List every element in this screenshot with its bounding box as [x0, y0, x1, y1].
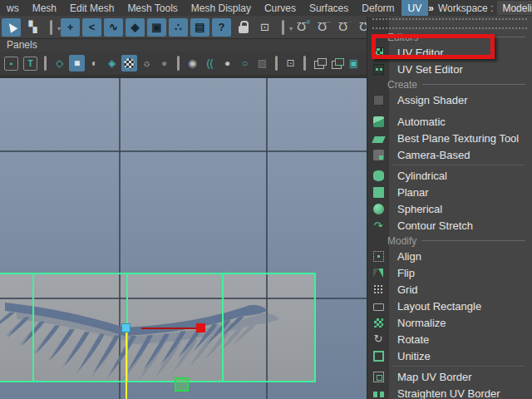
menu-item-map-uv-border[interactable]: Map UV Border [367, 368, 532, 385]
image-plane-icon[interactable]: ▪ [4, 57, 18, 71]
wireframe-cube-icon[interactable]: ◇ [52, 55, 67, 71]
manipulator-u-handle[interactable] [196, 323, 205, 332]
menu-item-label: Cylindrical [397, 170, 447, 182]
manipulator-u-axis[interactable] [141, 328, 198, 329]
menu-item-rotate[interactable]: ↻Rotate [367, 331, 532, 347]
clapperboard-button[interactable]: ▤ [190, 18, 209, 37]
menu-item-assign-shader[interactable]: Assign Shader [367, 91, 532, 108]
snap-to-curve-button[interactable]: Ω~ [313, 20, 332, 34]
isolate-select-icon[interactable]: ⊡ [283, 55, 298, 71]
toolbar-separator[interactable]: ▾ [45, 18, 58, 37]
lock-button[interactable] [234, 18, 253, 37]
cluster-button[interactable]: ∴ [169, 18, 188, 37]
rotate-icon: ↻ [373, 334, 384, 345]
select-tool-button[interactable] [2, 18, 21, 37]
menu-item-planar[interactable]: Planar [367, 184, 532, 200]
xray-sphere-icon[interactable]: ◉ [185, 55, 200, 71]
menu-item-unitize[interactable]: Unitize [367, 347, 532, 364]
workspace-selector[interactable]: Modeling [497, 1, 532, 15]
menu-item-layout-rectangle[interactable]: Layout Rectangle [367, 298, 532, 314]
snap-to-grid-button[interactable]: Ω# [293, 20, 311, 34]
menubar-item-deform[interactable]: Deform [355, 0, 401, 16]
diamond-icon: ◈ [131, 21, 140, 33]
manipulator-v-axis[interactable] [126, 332, 127, 399]
snap-to-point-button[interactable]: Ω· [334, 20, 352, 34]
lock-icon [239, 26, 249, 33]
compass-button[interactable]: < [82, 18, 101, 37]
menu-section-divider [421, 240, 525, 241]
menu-item-cylindrical[interactable]: Cylindrical [367, 167, 532, 184]
selection-mask-button[interactable]: ▚ [23, 18, 42, 37]
curve-icon: ∿ [109, 21, 118, 33]
particle-cluster-icon: ∴ [175, 21, 181, 33]
menu-item-uv-editor[interactable]: UV Editor [367, 44, 532, 61]
menu-item-best-plane-texturing-tool[interactable]: Best Plane Texturing Tool [367, 130, 532, 146]
question-icon: ? [219, 21, 225, 33]
menu-item-grid[interactable]: Grid [367, 281, 532, 298]
menu-section-label: Modify [387, 235, 416, 247]
menu-item-label: Spherical [397, 203, 442, 215]
menubar-item-surfaces[interactable]: Surfaces [303, 0, 355, 16]
menubar-item-edit-mesh[interactable]: Edit Mesh [63, 0, 121, 16]
toolbar-separator [177, 56, 180, 71]
marquee-cursor-icon: ⊡ [260, 21, 269, 33]
vertex-box-button[interactable]: ▣ [147, 18, 166, 37]
menu-item-automatic[interactable]: Automatic [367, 113, 532, 130]
menu-item-align[interactable]: Align [367, 248, 532, 264]
cube-in-sphere-icon[interactable]: ◈ [104, 55, 120, 71]
menubar-item-mesh-tools[interactable]: Mesh Tools [121, 0, 184, 16]
menu-item-label: Planar [397, 186, 429, 199]
dotted-square-icon[interactable]: ▨ [254, 55, 270, 71]
vertex-box-icon: ▣ [151, 21, 161, 33]
shadow-sphere-icon[interactable]: ● [156, 55, 172, 71]
layer-stack-icon[interactable] [311, 55, 327, 71]
layer-stack-green-icon[interactable] [328, 55, 344, 71]
menubar-item-mesh-display[interactable]: Mesh Display [185, 0, 258, 16]
manipulator-pivot-handle[interactable] [121, 323, 131, 332]
marquee-select-button[interactable]: ⊡ [255, 18, 274, 37]
menu-item-contour-stretch[interactable]: ↷Contour Stretch [367, 217, 532, 234]
text-hud-icon[interactable]: T [23, 57, 37, 71]
manipulator-scale-handle[interactable] [175, 377, 189, 392]
menu-tearoff-handle[interactable] [372, 18, 527, 29]
cursor-icon [5, 21, 17, 33]
menu-item-camera-based[interactable]: Camera-Based [367, 146, 532, 163]
menu-overflow-icon[interactable]: » [428, 2, 434, 14]
light-icon[interactable]: ☼ [139, 55, 155, 71]
menu-item-normalize[interactable]: Normalize [367, 314, 532, 331]
menu-section-divider [422, 84, 525, 85]
menu-item-label: Grid [397, 283, 418, 296]
curve-knot-button[interactable]: ∿ [104, 18, 123, 37]
menu-section-divider [423, 37, 525, 37]
panels-menu[interactable]: Panels [7, 39, 37, 51]
menubar-item-curves[interactable]: Curves [258, 0, 303, 16]
cylindrical-icon [373, 170, 384, 181]
menu-item-uv-set-editor[interactable]: UV Set Editor [367, 61, 532, 77]
menu-section-header: Modify [367, 234, 532, 248]
cross-icon: + [67, 21, 74, 33]
uv-set-editor-icon [373, 64, 384, 75]
toolbar-separator [275, 56, 278, 71]
menu-item-flip[interactable]: Flip [367, 264, 532, 281]
help-button[interactable]: ? [212, 18, 231, 37]
checker-sphere-icon[interactable] [121, 55, 137, 71]
map-uv-border-icon [373, 372, 384, 382]
shaded-cube-icon[interactable]: ■ [69, 55, 85, 71]
filled-circle-icon[interactable]: ● [219, 55, 235, 71]
menubar-item-ws[interactable]: ws [0, 0, 26, 16]
best-plane-icon [372, 136, 386, 143]
menubar-right: » Workspace : Modeling [428, 0, 532, 16]
menubar-item-mesh[interactable]: Mesh [26, 0, 63, 16]
menubar-item-uv[interactable]: UV [401, 0, 429, 16]
uv-editor-icon [373, 47, 384, 58]
cross-snap-button[interactable]: + [61, 18, 80, 37]
camera-brackets-icon[interactable]: (( [202, 55, 218, 71]
textured-sphere-icon[interactable]: ◐ [86, 55, 102, 71]
menu-item-straighten-uv-border[interactable]: Straighten UV Border [367, 385, 532, 399]
menu-item-spherical[interactable]: Spherical [367, 200, 532, 217]
open-circle-icon[interactable]: ○ [237, 55, 253, 71]
menu-item-label: UV Set Editor [397, 63, 463, 76]
image-icon[interactable]: ▣ [346, 55, 362, 71]
toolbar-separator[interactable]: ▾ [277, 18, 290, 37]
diamond-button[interactable]: ◈ [126, 18, 145, 37]
